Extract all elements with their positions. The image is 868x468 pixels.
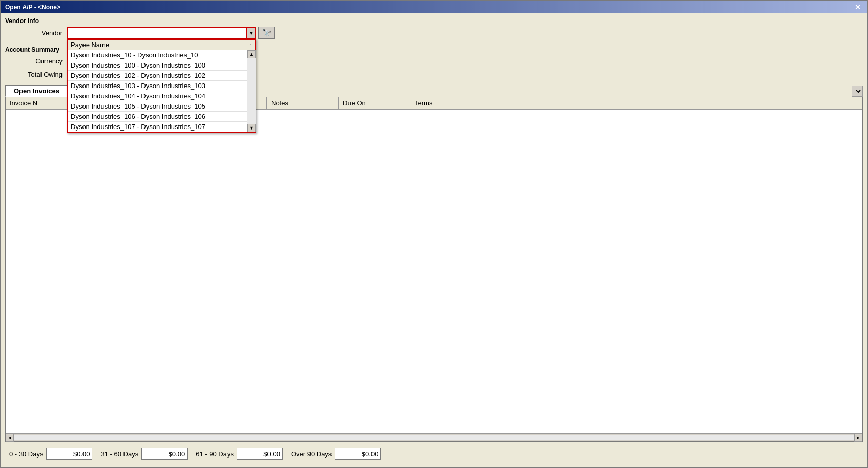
aging-over-90: Over 90 Days xyxy=(291,448,381,460)
dropdown-items: Dyson Industries_10 - Dyson Industries_1… xyxy=(68,50,247,132)
aging-0-30: 0 - 30 Days xyxy=(9,448,92,460)
label-over-90: Over 90 Days xyxy=(291,450,332,458)
dropdown-item-5[interactable]: Dyson Industries_105 - Dyson Industries_… xyxy=(68,101,247,112)
vendor-dropdown-list: Payee Name ↑ Dyson Industries_10 - Dyson… xyxy=(67,39,256,133)
input-31-60[interactable] xyxy=(141,448,188,460)
col-terms: Terms xyxy=(410,97,862,109)
main-content: Vendor Info Vendor ▼ 🔭 Payee Name xyxy=(1,13,867,467)
scroll-track xyxy=(247,58,256,124)
dropdown-header-text: Payee Name xyxy=(71,41,109,49)
vendor-input[interactable] xyxy=(67,27,246,39)
label-0-30: 0 - 30 Days xyxy=(9,450,43,458)
main-window: Open A/P - <None> ✕ Vendor Info Vendor ▼… xyxy=(0,0,868,468)
close-button[interactable]: ✕ xyxy=(853,3,863,11)
sort-icon: ↑ xyxy=(250,42,253,48)
dropdown-item-6[interactable]: Dyson Industries_106 - Dyson Industries_… xyxy=(68,112,247,122)
dropdown-scrollbar: ▲ ▼ xyxy=(247,50,255,132)
title-bar: Open A/P - <None> ✕ xyxy=(1,1,867,13)
vendor-dropdown-arrow[interactable]: ▼ xyxy=(246,27,256,39)
vendor-row: Vendor ▼ 🔭 Payee Name ↑ xyxy=(5,27,863,39)
col-notes: Notes xyxy=(267,97,339,109)
window-title: Open A/P - <None> xyxy=(5,4,60,11)
input-over-90[interactable] xyxy=(335,448,381,460)
total-owing-label: Total Owing xyxy=(5,71,67,78)
scroll-left-btn[interactable]: ◄ xyxy=(6,434,14,442)
vendor-label: Vendor xyxy=(5,29,67,37)
h-scroll-track xyxy=(14,435,854,440)
label-61-90: 61 - 90 Days xyxy=(196,450,234,458)
scroll-right-btn[interactable]: ► xyxy=(854,434,862,442)
dropdown-item-7[interactable]: Dyson Industries_107 - Dyson Industries_… xyxy=(68,122,247,132)
scroll-down-btn[interactable]: ▼ xyxy=(247,124,256,132)
h-scrollbar: ◄ ► xyxy=(6,433,862,441)
tab-open-invoices[interactable]: Open Invoices xyxy=(5,85,68,97)
col-due-on: Due On xyxy=(339,97,410,109)
dropdown-item-1[interactable]: Dyson Industries_100 - Dyson Industries_… xyxy=(68,60,247,71)
scroll-up-btn[interactable]: ▲ xyxy=(247,50,256,58)
tab-area: Open Invoices Invoice N Adjustments Amou… xyxy=(5,85,863,442)
dropdown-item-0[interactable]: Dyson Industries_10 - Dyson Industries_1… xyxy=(68,50,247,60)
dropdown-items-wrapper: Dyson Industries_10 - Dyson Industries_1… xyxy=(68,50,255,132)
dropdown-item-2[interactable]: Dyson Industries_102 - Dyson Industries_… xyxy=(68,71,247,81)
binoculars-icon: 🔭 xyxy=(262,29,271,37)
label-31-60: 31 - 60 Days xyxy=(100,450,138,458)
dropdown-item-4[interactable]: Dyson Industries_104 - Dyson Industries_… xyxy=(68,91,247,101)
aging-61-90: 61 - 90 Days xyxy=(196,448,283,460)
tab-content: Invoice N Adjustments Amount Owing Curre… xyxy=(5,97,863,442)
vendor-input-wrapper: ▼ 🔭 Payee Name ↑ Dyson Industries xyxy=(67,27,275,39)
dropdown-header: Payee Name ↑ xyxy=(68,40,255,50)
vendor-search-button[interactable]: 🔭 xyxy=(258,27,275,39)
bottom-bar: 0 - 30 Days 31 - 60 Days 61 - 90 Days Ov… xyxy=(5,444,863,463)
table-body xyxy=(6,110,862,433)
aging-31-60: 31 - 60 Days xyxy=(100,448,188,460)
dropdown-item-3[interactable]: Dyson Industries_103 - Dyson Industries_… xyxy=(68,81,247,91)
tab-dropdown[interactable] xyxy=(852,86,863,97)
currency-label: Currency xyxy=(5,57,67,65)
vendor-info-section: Vendor Info Vendor ▼ 🔭 Payee Name xyxy=(5,17,863,41)
vendor-info-label: Vendor Info xyxy=(5,17,863,25)
input-61-90[interactable] xyxy=(237,448,283,460)
vendor-combo: ▼ xyxy=(67,27,256,39)
input-0-30[interactable] xyxy=(46,448,92,460)
